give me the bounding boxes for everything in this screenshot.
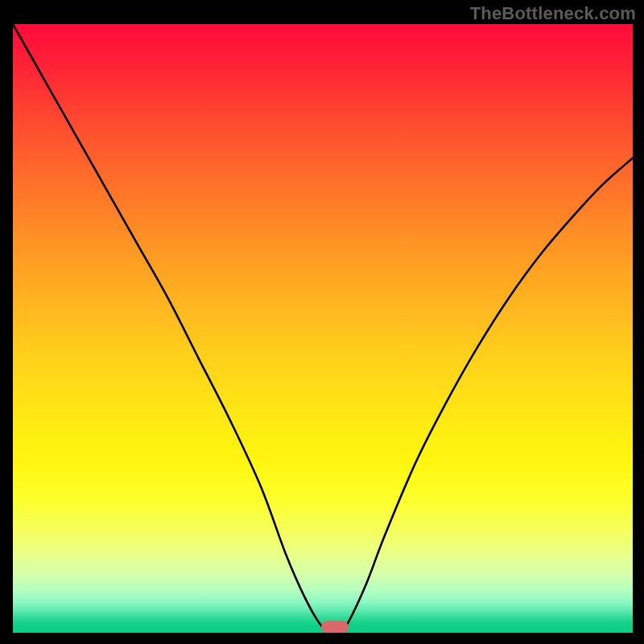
watermark-text: TheBottleneck.com bbox=[470, 3, 636, 24]
stage: TheBottleneck.com bbox=[0, 0, 644, 644]
bottleneck-curve bbox=[13, 24, 633, 630]
plot-area bbox=[13, 24, 633, 633]
curve-svg bbox=[13, 24, 633, 633]
optimum-marker bbox=[321, 621, 349, 633]
